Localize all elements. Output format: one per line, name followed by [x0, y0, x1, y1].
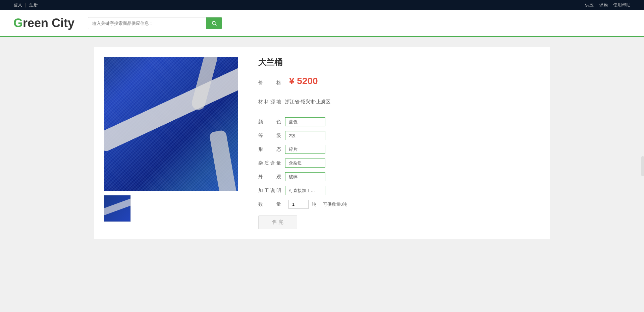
supply-link[interactable]: 供应	[585, 2, 594, 8]
attr-label-0: 颜 色	[258, 119, 285, 125]
search-button[interactable]	[206, 17, 222, 29]
search-input[interactable]	[88, 18, 206, 28]
attr-input-5[interactable]	[285, 186, 325, 195]
price-value: ¥ 5200	[289, 76, 318, 86]
logo[interactable]: Green City	[13, 16, 74, 30]
thumbnail-row	[104, 195, 238, 222]
attr-input-0[interactable]	[285, 117, 325, 126]
header: Green City	[0, 10, 644, 37]
attr-label-4: 外 观	[258, 174, 285, 180]
top-nav-right: 供应 求购 使用帮助	[585, 2, 631, 8]
quantity-unit: 吨	[312, 201, 316, 207]
attr-row-0: 颜 色	[258, 117, 540, 126]
material-value: 浙江省-绍兴市-上虞区	[285, 99, 330, 105]
attr-label-2: 形 态	[258, 146, 285, 152]
rope-decoration-bottom	[209, 130, 237, 191]
attr-label-3: 杂质含量	[258, 160, 285, 166]
attr-row-2: 形 态	[258, 145, 540, 154]
price-label: 价 格	[258, 80, 282, 86]
help-link[interactable]: 使用帮助	[613, 2, 631, 8]
attr-input-3[interactable]	[285, 159, 325, 168]
attr-row-3: 杂质含量	[258, 159, 540, 168]
register-link[interactable]: 注册	[29, 2, 38, 8]
main-product-image	[104, 57, 238, 191]
quantity-label: 数 量	[258, 201, 285, 207]
attr-input-4[interactable]	[285, 172, 325, 181]
attr-input-1[interactable]	[285, 131, 325, 140]
logo-rest: reen City	[23, 16, 74, 30]
material-row: 材料源地 浙江省-绍兴市-上虞区	[258, 99, 540, 111]
product-details: 大兰桶 价 格 ¥ 5200 材料源地 浙江省-绍兴市-上虞区 颜 色等 级形 …	[258, 57, 540, 229]
rope-decoration-top	[190, 57, 219, 111]
product-images	[104, 57, 238, 229]
attr-input-2[interactable]	[285, 145, 325, 154]
price-row: 价 格 ¥ 5200	[258, 76, 540, 92]
login-link[interactable]: 登入	[13, 2, 22, 8]
product-title: 大兰桶	[258, 57, 540, 68]
product-card: 大兰桶 价 格 ¥ 5200 材料源地 浙江省-绍兴市-上虞区 颜 色等 级形 …	[94, 47, 550, 239]
top-nav-left: 登入 ｜ 注册	[13, 2, 38, 8]
attr-row-5: 加工说明	[258, 186, 540, 195]
search-icon	[211, 20, 217, 26]
quantity-input[interactable]	[288, 200, 309, 209]
material-label: 材料源地	[258, 99, 285, 105]
attr-label-5: 加工说明	[258, 188, 285, 194]
available-qty: 可供数量0吨	[323, 201, 347, 207]
scrollbar[interactable]	[641, 156, 644, 176]
attrs-section: 颜 色等 级形 态杂质含量外 观加工说明	[258, 117, 540, 195]
search-bar	[88, 17, 222, 29]
purchase-link[interactable]: 求购	[599, 2, 608, 8]
sell-button[interactable]: 售 完	[258, 215, 297, 229]
attr-row-1: 等 级	[258, 131, 540, 140]
thumbnail-1[interactable]	[104, 195, 131, 222]
top-nav: 登入 ｜ 注册 供应 求购 使用帮助	[0, 0, 644, 10]
attr-label-1: 等 级	[258, 133, 285, 139]
nav-divider: ｜	[23, 2, 28, 8]
logo-g: G	[13, 16, 23, 30]
main-content: 大兰桶 价 格 ¥ 5200 材料源地 浙江省-绍兴市-上虞区 颜 色等 级形 …	[0, 37, 644, 305]
attr-row-4: 外 观	[258, 172, 540, 181]
quantity-row: 数 量 吨 可供数量0吨	[258, 200, 540, 209]
